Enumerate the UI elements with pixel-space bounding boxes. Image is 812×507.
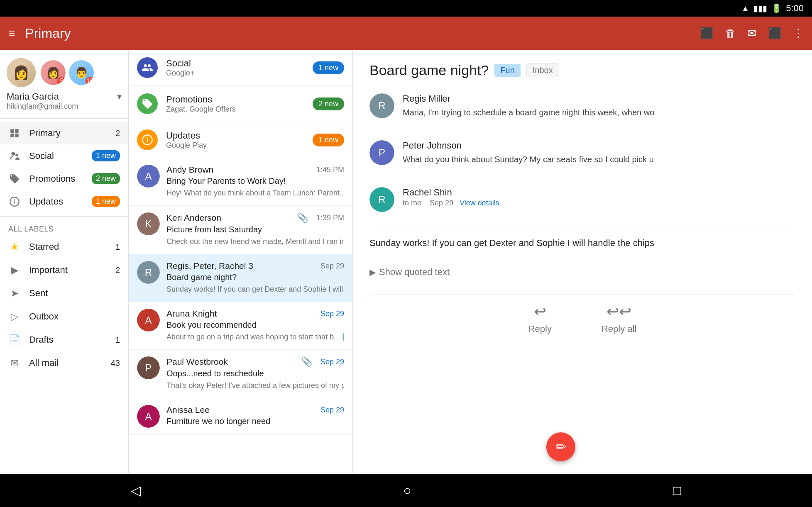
category-social[interactable]: Social Google+ 1 new xyxy=(129,50,352,86)
sidebar-item-promotions[interactable]: Promotions 2 new xyxy=(0,167,128,190)
sidebar-divider-2 xyxy=(0,216,128,217)
email-item-boardgame[interactable]: R Regis, Peter, Rachel 3 Sep 29 Board ga… xyxy=(129,254,352,302)
sent-icon: ➤ xyxy=(8,288,21,299)
email-subject-andy: Bring Your Parents to Work Day! xyxy=(166,176,344,186)
email-preview-boardgame: Sunday works! If you can get Dexter and … xyxy=(166,283,344,295)
promotions-cat-info: Promotions Zagat, Google Offers xyxy=(166,94,313,114)
social-badge: 1 new xyxy=(92,150,120,161)
allmail-label: All mail xyxy=(29,358,111,368)
toolbar-action-email[interactable]: ✉ xyxy=(747,27,756,40)
primary-label: Primary xyxy=(29,128,115,139)
reply-label: Reply xyxy=(528,324,552,334)
email-item-paul[interactable]: P Paul Westbrook 📎 Sep 29 Oops...need to… xyxy=(129,350,352,398)
email-thread: R Regis Miller Maria, I'm trying to sche… xyxy=(369,87,795,219)
thread-info-rachel: Rachel Shin to me Sep 29 View details xyxy=(403,187,795,212)
thread-item-peter[interactable]: P Peter Johnson What do you think about … xyxy=(369,134,795,172)
thread-sender-rachel: Rachel Shin xyxy=(403,187,795,198)
email-item-keri[interactable]: K Keri Anderson 📎 1:39 PM Picture from l… xyxy=(129,206,352,254)
main-content: 👩 👩 5 👨 10 Maria Garcia ▾ hikingfan@gmai… xyxy=(0,50,812,474)
email-sender-boardgame: Regis, Peter, Rachel 3 xyxy=(166,261,253,271)
social-cat-name: Social xyxy=(166,58,313,69)
wifi-icon: ▲ xyxy=(741,4,749,13)
thread-info-peter: Peter Johnson What do you think about Su… xyxy=(403,140,795,165)
svg-point-4 xyxy=(11,152,15,156)
thread-item-regis[interactable]: R Regis Miller Maria, I'm trying to sche… xyxy=(369,87,795,125)
svg-text:i: i xyxy=(14,198,15,205)
toolbar-action-delete[interactable]: 🗑 xyxy=(725,27,736,40)
important-count: 2 xyxy=(115,266,120,275)
toolbar-action-more[interactable]: ⋮ xyxy=(793,27,804,40)
toolbar-title: Primary xyxy=(25,26,700,41)
email-body-boardgame: Regis, Peter, Rachel 3 Sep 29 Board game… xyxy=(166,261,344,295)
email-item-aruna[interactable]: A Aruna Knight Sep 29 Book you recommend… xyxy=(129,302,352,350)
account-header: 👩 👩 5 👨 10 xyxy=(0,50,128,91)
other-account-badge-2: 10 xyxy=(86,77,94,85)
sidebar-item-important[interactable]: ▶ Important 2 xyxy=(0,258,128,282)
email-body-content: Sunday works! If you can get Dexter and … xyxy=(369,227,795,258)
menu-icon[interactable]: ≡ xyxy=(8,27,15,40)
sidebar-item-starred[interactable]: ★ Starred 1 xyxy=(0,235,128,258)
attachment-icon-paul: 📎 xyxy=(301,356,312,367)
email-time-keri: 1:39 PM xyxy=(316,214,344,222)
promotions-cat-badge: 2 new xyxy=(313,98,344,110)
updates-cat-subtitle: Google Play xyxy=(166,141,313,150)
sidebar-item-social[interactable]: Social 1 new xyxy=(0,144,128,167)
updates-cat-name: Updates xyxy=(166,130,313,141)
thread-avatar-rachel: R xyxy=(369,187,394,212)
category-promotions[interactable]: Promotions Zagat, Google Offers 2 new xyxy=(129,86,352,122)
updates-cat-icon: i xyxy=(137,129,158,150)
signal-icon: ▮▮▮ xyxy=(753,3,767,13)
home-button[interactable]: ○ xyxy=(386,479,428,502)
svg-rect-1 xyxy=(15,129,19,133)
other-account-1[interactable]: 👩 5 xyxy=(41,60,66,85)
thread-avatar-peter: P xyxy=(369,140,394,165)
sidebar-item-outbox[interactable]: ▷ Outbox xyxy=(0,305,128,328)
email-avatar-paul: P xyxy=(137,356,160,379)
sidebar-item-primary[interactable]: Primary 2 xyxy=(0,122,128,144)
reply-all-icon: ↩↩ xyxy=(607,303,631,320)
email-item-andy[interactable]: A Andy Brown 1:45 PM Bring Your Parents … xyxy=(129,158,352,206)
sidebar-item-updates[interactable]: i Updates 1 new xyxy=(0,190,128,213)
email-avatar-anissa: A xyxy=(137,405,160,428)
sidebar-item-drafts[interactable]: 📄 Drafts 1 xyxy=(0,328,128,351)
promotions-cat-icon xyxy=(137,93,158,114)
detail-subject: Board game night? Fun Inbox xyxy=(369,62,795,78)
sidebar-divider-1 xyxy=(0,118,128,119)
reply-button[interactable]: ↩ Reply xyxy=(528,303,552,334)
detail-tag-fun[interactable]: Fun xyxy=(494,64,520,77)
star-icon: ★ xyxy=(8,241,21,253)
email-tag-family: Family xyxy=(343,332,344,341)
show-quoted-text[interactable]: ▶ Show quoted text xyxy=(369,267,795,278)
recents-button[interactable]: □ xyxy=(656,479,697,502)
svg-point-5 xyxy=(15,154,18,156)
avatar: 👩 xyxy=(7,58,36,87)
view-details-link[interactable]: View details xyxy=(460,199,499,207)
quoted-chevron-icon: ▶ xyxy=(369,267,376,277)
toolbar-action-label[interactable]: ⬛ xyxy=(768,27,781,40)
other-account-2[interactable]: 👨 10 xyxy=(69,60,94,85)
email-body-paul: Paul Westbrook 📎 Sep 29 Oops...need to r… xyxy=(166,356,344,391)
toolbar-action-archive[interactable]: ⬛ xyxy=(700,27,713,40)
email-list: Social Google+ 1 new Promotions Zagat, G… xyxy=(129,50,353,474)
sidebar-item-all-mail[interactable]: ✉ All mail 43 xyxy=(0,351,128,375)
email-subject-anissa: Furniture we no longer need xyxy=(166,417,344,426)
compose-fab[interactable]: ✏ xyxy=(546,432,575,461)
thread-item-rachel[interactable]: R Rachel Shin to me Sep 29 View details xyxy=(369,180,795,219)
category-updates[interactable]: i Updates Google Play 1 new xyxy=(129,122,352,158)
back-button[interactable]: ◁ xyxy=(114,478,158,502)
email-subject-aruna: Book you recommended xyxy=(166,320,344,330)
svg-text:i: i xyxy=(147,136,148,144)
updates-cat-badge: 1 new xyxy=(313,134,344,146)
reply-all-button[interactable]: ↩↩ Reply all xyxy=(602,303,636,334)
promotions-cat-subtitle: Zagat, Google Offers xyxy=(166,105,313,114)
starred-count: 1 xyxy=(115,242,120,252)
account-dropdown-arrow[interactable]: ▾ xyxy=(117,91,122,102)
promotions-icon xyxy=(8,173,21,184)
social-cat-info: Social Google+ xyxy=(166,58,313,78)
email-item-anissa[interactable]: A Anissa Lee Sep 29 Furniture we no long… xyxy=(129,398,352,435)
primary-badge: 2 xyxy=(115,129,120,138)
detail-tag-inbox[interactable]: Inbox xyxy=(526,63,559,77)
email-subject-keri: Picture from last Saturday xyxy=(166,225,344,234)
sidebar-item-sent[interactable]: ➤ Sent xyxy=(0,282,128,305)
other-account-badge-1: 5 xyxy=(57,77,66,85)
